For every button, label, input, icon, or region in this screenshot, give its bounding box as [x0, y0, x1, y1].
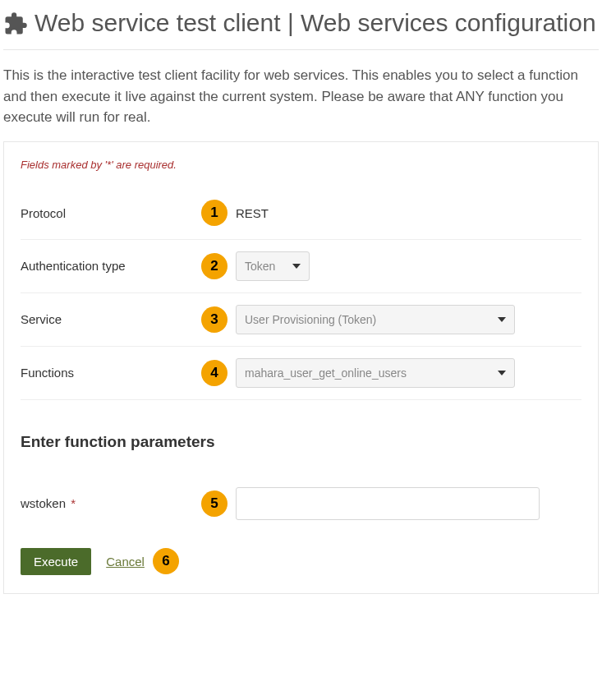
label-functions: Functions [21, 366, 201, 380]
label-wstoken-text: wstoken [21, 496, 66, 510]
form-panel: Fields marked by '*' are required. Proto… [3, 141, 599, 594]
chevron-down-icon [292, 264, 301, 269]
step-badge-1: 1 [201, 200, 227, 226]
wstoken-input[interactable] [236, 487, 540, 520]
puzzle-icon [3, 12, 28, 36]
step-badge-4: 4 [201, 360, 227, 386]
functions-selected: mahara_user_get_online_users [245, 366, 407, 380]
step-badge-3: 3 [201, 306, 227, 333]
label-protocol: Protocol [21, 206, 201, 220]
label-wstoken: wstoken * [21, 496, 201, 510]
step-badge-5: 5 [201, 490, 227, 517]
title-divider [3, 49, 599, 50]
step-badge-2: 2 [201, 253, 227, 279]
execute-button[interactable]: Execute [21, 548, 91, 575]
form-actions: Execute Cancel 6 [21, 548, 581, 575]
auth-type-selected: Token [245, 260, 275, 273]
field-protocol: Protocol 1 REST [21, 187, 581, 240]
required-fields-note: Fields marked by '*' are required. [21, 159, 581, 171]
field-auth-type: Authentication type 2 Token [21, 240, 581, 293]
page-title: Web service test client | Web services c… [3, 8, 599, 38]
cancel-link[interactable]: Cancel [106, 555, 145, 569]
field-service: Service 3 User Provisioning (Token) [21, 293, 581, 347]
protocol-value: REST [236, 206, 269, 220]
label-auth-type: Authentication type [21, 259, 201, 273]
field-functions: Functions 4 mahara_user_get_online_users [21, 347, 581, 400]
field-wstoken: wstoken * 5 [21, 476, 581, 532]
intro-text: This is the interactive test client faci… [3, 65, 599, 128]
service-select[interactable]: User Provisioning (Token) [236, 305, 515, 334]
page-title-text: Web service test client | Web services c… [34, 8, 596, 38]
service-selected: User Provisioning (Token) [245, 313, 376, 326]
parameters-heading: Enter function parameters [21, 433, 581, 451]
auth-type-select[interactable]: Token [236, 251, 310, 281]
functions-select[interactable]: mahara_user_get_online_users [236, 358, 515, 388]
step-badge-6: 6 [153, 548, 179, 574]
chevron-down-icon [498, 317, 506, 322]
label-service: Service [21, 312, 201, 326]
required-marker: * [71, 496, 76, 510]
chevron-down-icon [498, 371, 506, 375]
